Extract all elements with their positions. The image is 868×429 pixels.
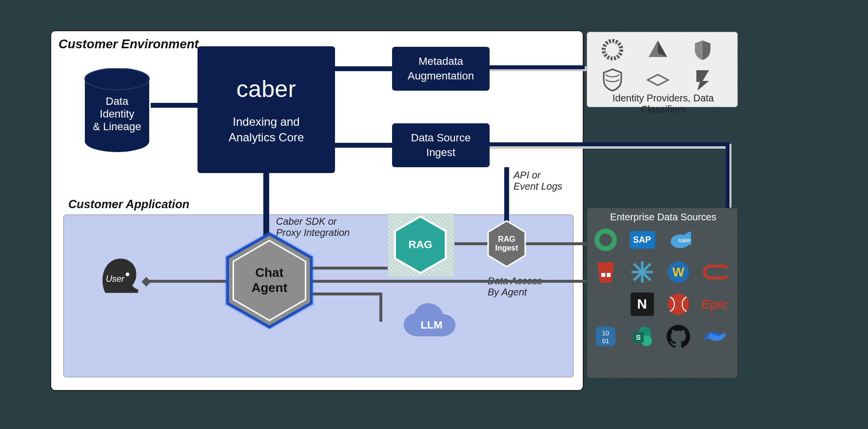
eds-icon-snowflake [630, 259, 655, 285]
env-title: Customer Environment [59, 37, 199, 52]
idp-icon-5 [645, 67, 671, 93]
svg-point-10 [604, 41, 621, 58]
data-lineage-label: Data Identity & Lineage [83, 95, 151, 133]
rag-label: RAG [393, 214, 448, 275]
idp-icon-6 [690, 67, 715, 93]
app-title: Customer Application [68, 197, 189, 211]
conn-db-core [151, 103, 197, 108]
conn-core-ingest [335, 143, 392, 148]
conn-core-meta [335, 66, 392, 71]
eds-icon-confluence [702, 324, 728, 349]
chat-agent-hexagon: Chat Agent [222, 229, 317, 332]
caber-core: caber Indexing and Analytics Core [197, 46, 335, 173]
eds-icon-gap1 [593, 292, 618, 317]
svg-point-4 [126, 273, 130, 276]
idp-icons [600, 37, 727, 93]
eds-icon-ball [666, 292, 691, 317]
conn-user-chat [149, 280, 231, 283]
data-lineage-db: Data Identity & Lineage [83, 68, 151, 154]
eds-icon-github [666, 324, 691, 349]
eds-icon-oracle [702, 259, 728, 285]
eds-icon-sap: SAP [630, 227, 655, 253]
svg-text:salesforce: salesforce [678, 236, 691, 244]
eds-label: Enterprise Data Sources [592, 212, 734, 223]
svg-text:01: 01 [602, 337, 609, 345]
rag-ingest-label: RAG Ingest [487, 219, 527, 268]
llm-label: LLM [400, 319, 463, 332]
eds-icon-salesforce: salesforce [666, 227, 691, 253]
conn-ragIngest-eds [524, 242, 588, 245]
svg-text:W: W [672, 265, 685, 279]
idp-icon-2 [645, 37, 671, 62]
svg-rect-18 [601, 273, 605, 277]
svg-text:S: S [635, 333, 640, 341]
idp-icon-3 [690, 37, 715, 62]
conn-ingest-eds-1 [490, 142, 730, 146]
metadata-augmentation: Metadata Augmentation [392, 47, 490, 91]
api-note: API or Event Logs [513, 170, 562, 192]
eds-icon-epic: Epic [702, 292, 728, 317]
llm-cloud: LLM [400, 301, 463, 344]
eds-icon-netsuite: N [630, 292, 655, 317]
idp-label: Identity Providers, Data Classifiers [592, 93, 734, 115]
chat-agent-label: Chat Agent [222, 229, 317, 332]
eds-icon-sharepoint: S [630, 324, 655, 349]
caber-subtitle: Indexing and Analytics Core [229, 114, 304, 146]
eds-icon-s3 [593, 259, 618, 285]
conn-chat-llm-v [379, 292, 382, 322]
conn-ingest-ragIngest [504, 167, 509, 226]
data-access-note: Data Access By Agent [488, 275, 542, 298]
svg-point-2 [85, 131, 149, 152]
svg-rect-19 [607, 273, 611, 277]
idp-icon-1 [600, 37, 625, 62]
conn-chat-eds [304, 280, 587, 283]
conn-meta-idp [490, 65, 585, 69]
conn-ingest-eds-2 [726, 142, 730, 212]
eds-icon-binary: 1001 [593, 324, 618, 349]
data-source-ingest: Data Source Ingest [392, 123, 490, 167]
svg-text:10: 10 [602, 330, 609, 337]
user-label: User [106, 274, 124, 284]
conn-chat-rag-h [304, 267, 398, 270]
idp-icon-4 [600, 67, 625, 93]
svg-rect-26 [704, 266, 728, 278]
rag-ingest-hexagon: RAG Ingest [487, 219, 527, 268]
caber-brand: caber [237, 74, 296, 105]
eds-icon-azure [593, 227, 618, 253]
rag-hexagon: RAG [393, 214, 448, 275]
svg-point-27 [668, 293, 689, 315]
eds-icons: SAP salesforce W N Epic 1001 S [593, 227, 732, 349]
svg-point-13 [597, 231, 614, 249]
eds-icon-workday: W [666, 259, 691, 285]
